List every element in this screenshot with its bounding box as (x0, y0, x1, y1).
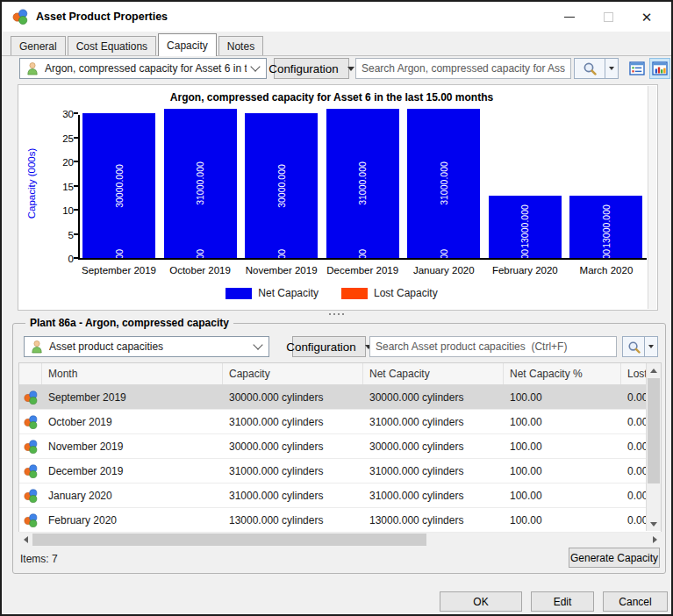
chart-search-input[interactable] (355, 58, 571, 79)
tab-cost-equations[interactable]: Cost Equations (68, 36, 156, 55)
edit-button[interactable]: Edit (531, 591, 594, 612)
cancel-button[interactable]: Cancel (603, 591, 668, 612)
tab-notes[interactable]: Notes (218, 36, 263, 55)
vertical-scrollbar[interactable] (646, 363, 661, 531)
x-axis-month-label: February 2020 (484, 265, 566, 276)
bar-value-label: 31000.000 (357, 161, 368, 205)
scroll-up-button[interactable] (647, 363, 661, 377)
table-row[interactable]: December 201931000.000 cylinders31000.00… (19, 459, 661, 483)
net-capacity-bar: 31000.0000.000 (164, 109, 237, 259)
maximize-button[interactable] (589, 2, 627, 32)
table-row[interactable]: February 202013000.000 cylinders13000.00… (19, 508, 661, 533)
chart-scrollbar[interactable] (648, 86, 656, 309)
column-header-lost-ca[interactable]: Lost Ca (621, 363, 648, 384)
legend-label: Net Capacity (258, 287, 319, 299)
column-header-net-capacity-[interactable]: Net Capacity % (504, 363, 621, 384)
net-capacity-bar: 31000.0000.000 (407, 109, 480, 259)
table-cell: 13000.000 cylinders (223, 514, 363, 526)
x-axis-month-label: November 2019 (240, 265, 322, 276)
table-cell: October 2019 (42, 416, 223, 428)
y-tick-label: 5 (68, 230, 74, 240)
tab-capacity[interactable]: Capacity (158, 33, 217, 56)
maximize-icon (604, 12, 613, 22)
search-options-arrow-button[interactable] (645, 336, 658, 357)
y-tick-mark (74, 185, 78, 187)
table-cell: 0.000 c (621, 391, 648, 404)
y-tick-mark (74, 257, 78, 259)
close-icon: ✕ (641, 11, 653, 24)
table-row[interactable]: January 202031000.000 cylinders31000.000… (19, 483, 661, 508)
x-axis-month-label: March 2020 (566, 265, 648, 276)
row-spheres-icon (19, 513, 42, 527)
chart-selector-combobox[interactable]: Argon, compressed capacity for Asset 6 i… (19, 58, 267, 79)
column-header-net-capacity[interactable]: Net Capacity (363, 363, 504, 384)
x-axis-month-label: September 2019 (78, 265, 160, 276)
generate-capacity-button[interactable]: Generate Capacity (569, 548, 660, 568)
table-configuration-button[interactable]: Configuration (292, 336, 366, 357)
chart-configuration-button[interactable]: Configuration (274, 58, 349, 79)
y-tick-mark (74, 233, 78, 235)
scroll-right-button[interactable] (648, 533, 662, 547)
column-header-capacity[interactable]: Capacity (223, 363, 363, 384)
horizontal-scrollbar[interactable] (18, 533, 662, 547)
lost-capacity-value-label: 0.000 (114, 249, 125, 258)
table-cell: 0.000 c (621, 441, 648, 453)
search-options-arrow-button[interactable] (605, 58, 619, 79)
list-view-button[interactable] (626, 58, 648, 79)
table-cell: 31000.000 cylinders (363, 490, 504, 502)
table-cell: 31000.000 cylinders (223, 465, 363, 477)
title-bar: Asset Product Properties ✕ (2, 2, 671, 32)
table-cell: 31000.000 cylinders (363, 416, 504, 428)
y-tick-label: 20 (62, 157, 74, 168)
lost-capacity-value-label: 0.000 (439, 249, 449, 258)
y-tick-label: 25 (62, 133, 74, 144)
tab-general[interactable]: General (11, 36, 66, 55)
table-cell: September 2019 (42, 391, 223, 404)
row-spheres-icon (19, 464, 42, 478)
minimize-button[interactable] (550, 2, 589, 32)
search-magnifier-button[interactable] (574, 58, 605, 79)
chart-y-axis-label: Capacity (000s) (26, 122, 37, 245)
bar-value-label: 30000.000 (114, 164, 125, 208)
table-search-input[interactable] (369, 336, 617, 357)
table-selector-value: Asset product capacities (49, 340, 249, 353)
chart-legend: Net CapacityLost Capacity (18, 287, 645, 299)
chart-title: Argon, compressed capacity for Asset 6 i… (18, 91, 645, 104)
asset-product-properties-dialog: Asset Product Properties ✕ General Cost … (0, 0, 673, 616)
y-tick-mark (74, 209, 78, 211)
table-row[interactable]: October 201931000.000 cylinders31000.000… (19, 410, 661, 434)
table-row[interactable]: September 201930000.000 cylinders30000.0… (19, 385, 661, 410)
table-selector-combobox[interactable]: Asset product capacities (24, 336, 269, 357)
column-header-month[interactable]: Month (42, 363, 223, 384)
table-row[interactable]: November 201930000.000 cylinders30000.00… (19, 434, 661, 459)
scroll-down-button[interactable] (647, 517, 661, 531)
table-body: September 201930000.000 cylinders30000.0… (19, 385, 661, 533)
plant-capacity-group: Plant 86a - Argon, compressed capacity A… (12, 323, 666, 574)
table-cell: 100.00 (504, 441, 621, 453)
scroll-left-button[interactable] (18, 533, 32, 547)
legend-label: Lost Capacity (374, 287, 438, 299)
table-cell: February 2020 (42, 514, 223, 526)
y-tick-label: 0 (68, 254, 74, 264)
table-cell: 0.000 c (621, 514, 648, 526)
search-magnifier-button[interactable] (622, 336, 645, 357)
ok-button[interactable]: OK (440, 591, 522, 612)
net-capacity-bar: 31000.0000.000 (326, 109, 399, 259)
chart-plot-area: 05101520253030000.0000.000September 2019… (78, 115, 647, 260)
close-button[interactable]: ✕ (627, 2, 666, 32)
y-tick-label: 10 (62, 205, 74, 216)
dropdown-arrow-icon (347, 67, 354, 71)
table-cell: 0.000 c (621, 490, 648, 502)
legend-item: Lost Capacity (341, 287, 438, 299)
x-axis-month-label: December 2019 (322, 265, 404, 276)
net-capacity-bar: 30000.0000.000 (82, 113, 155, 258)
table-cell: 30000.000 cylinders (363, 441, 504, 453)
chart-view-button[interactable] (649, 58, 670, 79)
magnifier-icon (583, 61, 597, 75)
horizontal-scroll-thumb[interactable] (32, 534, 426, 546)
minimize-icon (564, 17, 575, 18)
vertical-scroll-thumb[interactable] (648, 378, 660, 483)
table-cell: November 2019 (42, 441, 223, 453)
capacity-chart-panel: Argon, compressed capacity for Asset 6 i… (18, 84, 658, 311)
chevron-down-icon (250, 61, 260, 71)
